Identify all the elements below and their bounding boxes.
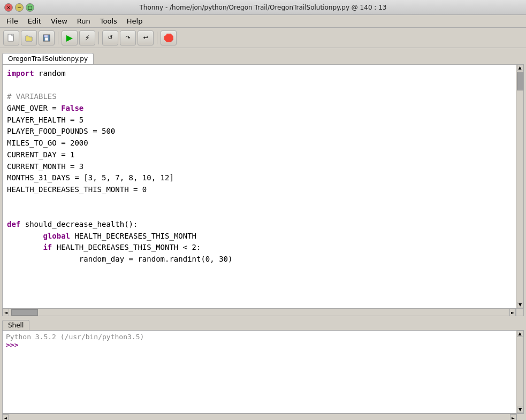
toolbar: ▶ ⚡ ↺ ↷ ↩ 🛑: [0, 28, 526, 48]
horizontal-scrollbar[interactable]: ◄ ►: [3, 308, 516, 316]
step-into-button[interactable]: ↷: [120, 30, 136, 45]
minimize-button[interactable]: −: [15, 3, 24, 12]
menu-help[interactable]: Help: [123, 16, 147, 26]
menu-edit[interactable]: Edit: [24, 16, 45, 26]
editor-tab-bar: OregonTrailSolutionpy.py: [2, 50, 524, 64]
menu-run[interactable]: Run: [73, 16, 95, 26]
stop-button[interactable]: 🛑: [161, 30, 177, 45]
horiz-scroll-track: [9, 309, 509, 316]
shell-prompt-line: >>>: [6, 341, 513, 349]
shell-container: Shell Python 3.5.2 (/usr/bin/python3.5) …: [0, 316, 526, 420]
shell-tab[interactable]: Shell: [2, 320, 29, 330]
toolbar-separator-1: [58, 32, 58, 44]
editor-container: OregonTrailSolutionpy.py import random #…: [0, 48, 526, 316]
menu-file[interactable]: File: [2, 16, 22, 26]
shell-scroll-up-arrow[interactable]: ▲: [517, 331, 523, 337]
shell-scroll-right-arrow[interactable]: ►: [510, 414, 516, 420]
shell-content[interactable]: Python 3.5.2 (/usr/bin/python3.5) >>>: [3, 331, 516, 413]
editor-tab[interactable]: OregonTrailSolutionpy.py: [2, 53, 94, 64]
toolbar-separator-3: [157, 32, 157, 44]
horiz-scroll-thumb[interactable]: [11, 309, 38, 316]
scroll-up-arrow[interactable]: ▲: [517, 65, 523, 71]
save-button[interactable]: [39, 30, 55, 45]
menu-bar: File Edit View Run Tools Help: [0, 15, 526, 28]
code-content: import random # VARIABLES GAME_OVER = Fa…: [7, 68, 514, 265]
scroll-right-arrow[interactable]: ►: [509, 309, 516, 316]
menu-tools[interactable]: Tools: [96, 16, 121, 26]
window-controls[interactable]: × − □: [4, 3, 34, 12]
new-button[interactable]: [3, 30, 19, 45]
svg-rect-4: [44, 35, 48, 37]
code-panel: import random # VARIABLES GAME_OVER = Fa…: [2, 64, 524, 316]
shell-scroll-corner: [516, 414, 524, 420]
toolbar-separator-2: [98, 32, 99, 44]
window-title: Thonny - /home/jon/python/Oregon Trail/O…: [140, 4, 387, 11]
open-button[interactable]: [21, 30, 37, 45]
step-out-button[interactable]: ↩: [138, 30, 154, 45]
shell-horizontal-scrollbar[interactable]: ◄ ►: [2, 414, 524, 420]
close-button[interactable]: ×: [4, 3, 13, 12]
debug-button[interactable]: ⚡: [79, 30, 95, 45]
vertical-scrollbar[interactable]: ▲ ▼: [516, 65, 523, 308]
shell-scroll-down-arrow[interactable]: ▼: [517, 407, 523, 413]
step-over-button[interactable]: ↺: [102, 30, 118, 45]
shell-version-line: Python 3.5.2 (/usr/bin/python3.5): [6, 333, 513, 341]
scroll-thumb[interactable]: [517, 72, 523, 90]
maximize-button[interactable]: □: [26, 3, 34, 12]
shell-panel: Python 3.5.2 (/usr/bin/python3.5) >>> ▲ …: [2, 330, 524, 414]
scroll-corner: [516, 308, 523, 316]
shell-horiz-track: [9, 414, 510, 420]
scroll-left-arrow[interactable]: ◄: [3, 309, 9, 316]
menu-view[interactable]: View: [47, 16, 72, 26]
shell-scroll-left-arrow[interactable]: ◄: [2, 414, 9, 420]
run-button[interactable]: ▶: [62, 30, 78, 45]
code-editor[interactable]: import random # VARIABLES GAME_OVER = Fa…: [3, 65, 523, 316]
scroll-down-arrow[interactable]: ▼: [517, 302, 523, 308]
shell-prompt: >>>: [6, 341, 18, 349]
svg-rect-5: [45, 37, 48, 41]
shell-vertical-scrollbar[interactable]: ▲ ▼: [516, 331, 523, 413]
shell-tab-bar: Shell: [2, 316, 524, 330]
title-bar: × − □ Thonny - /home/jon/python/Oregon T…: [0, 0, 526, 15]
